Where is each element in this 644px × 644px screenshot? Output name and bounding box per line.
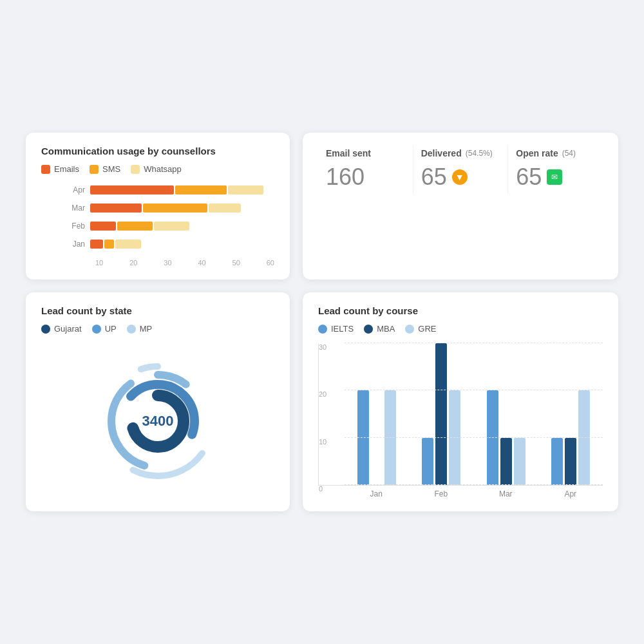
legend-label: Gujarat xyxy=(54,324,82,334)
legend-color xyxy=(318,325,327,334)
donut-center-value: 3400 xyxy=(142,413,174,430)
row-label: Feb xyxy=(67,222,90,231)
legend-color xyxy=(92,325,101,334)
bar xyxy=(115,240,141,249)
y-axis-label: 30 xyxy=(319,343,327,351)
bar-group xyxy=(538,390,603,485)
bar-group xyxy=(474,390,538,485)
legend-item: UP xyxy=(92,324,117,334)
bar xyxy=(500,438,512,485)
x-axis-label: 50 xyxy=(232,259,240,267)
bar-group xyxy=(345,390,409,485)
x-axis: 102030405060 xyxy=(67,256,274,267)
email-stat-sublabel: (54) xyxy=(562,149,576,158)
email-stat-sublabel: (54.5%) xyxy=(466,149,493,158)
legend-color xyxy=(131,165,140,174)
stat-number: 65 xyxy=(516,164,542,191)
legend-color xyxy=(127,325,136,334)
stat-number: 65 xyxy=(421,164,447,191)
bar-group xyxy=(90,220,189,232)
bar xyxy=(228,185,263,194)
legend-label: MBA xyxy=(377,324,395,334)
legend-color xyxy=(405,325,414,334)
bar-group xyxy=(409,343,473,485)
y-axis-label: 20 xyxy=(319,390,327,398)
bar-group xyxy=(90,184,263,196)
legend-item: Whatsapp xyxy=(131,164,182,174)
course-card-title: Lead count by course xyxy=(318,305,603,316)
row-label: Jan xyxy=(67,240,90,249)
chart-row: Jan xyxy=(67,238,274,250)
comm-legend: Emails SMS Whatsapp xyxy=(41,164,274,174)
donut-container: 3400 xyxy=(41,344,274,492)
legend-label: IELTS xyxy=(331,324,354,334)
bar xyxy=(422,438,433,485)
bar xyxy=(209,204,241,213)
row-label: Mar xyxy=(67,204,90,213)
bar xyxy=(154,222,189,231)
legend-label: MP xyxy=(140,324,153,334)
legend-color xyxy=(41,325,50,334)
x-axis-label: 30 xyxy=(164,259,171,267)
bar xyxy=(514,438,526,485)
legend-item: MP xyxy=(127,324,153,334)
legend-item: MBA xyxy=(364,324,395,334)
course-legend: IELTS MBA GRE xyxy=(318,324,603,334)
x-axis-label: 40 xyxy=(198,259,205,267)
bar xyxy=(578,390,590,485)
x-axis-label: Mar xyxy=(473,489,538,498)
bar xyxy=(449,390,460,485)
grid-line xyxy=(345,437,603,438)
grid-line xyxy=(345,390,603,390)
legend-label: SMS xyxy=(102,164,120,174)
bar xyxy=(175,185,227,194)
y-axis-label: 10 xyxy=(319,438,327,446)
comm-usage-card: Communication usage by counsellors Email… xyxy=(26,133,290,279)
bar xyxy=(435,343,447,485)
down-arrow-icon: ▼ xyxy=(452,169,468,185)
x-axis-label: Apr xyxy=(538,489,603,498)
bar xyxy=(90,240,103,249)
legend-color xyxy=(90,165,99,174)
bar xyxy=(104,240,114,249)
state-card-title: Lead count by state xyxy=(41,305,274,316)
email-stat-value: 160 xyxy=(326,164,405,191)
state-legend: Gujarat UP MP xyxy=(41,324,274,334)
email-stat-label: Open rate(54) xyxy=(516,148,595,158)
legend-label: GRE xyxy=(418,324,436,334)
v-chart-area: 0102030 xyxy=(318,344,603,486)
bar xyxy=(357,390,369,485)
y-axis-label: 0 xyxy=(319,485,323,493)
email-stat: Open rate(54)65✉ xyxy=(508,146,603,193)
email-stat-value: 65✉ xyxy=(516,164,595,191)
bar xyxy=(117,222,153,231)
legend-item: Gujarat xyxy=(41,324,82,334)
legend-item: SMS xyxy=(90,164,120,174)
course-card: Lead count by course IELTS MBA GRE 01020… xyxy=(303,292,618,511)
comm-card-title: Communication usage by counsellors xyxy=(41,146,274,156)
chart-row: Mar xyxy=(67,202,274,214)
x-axis-label: 10 xyxy=(95,259,103,267)
legend-color xyxy=(364,325,373,334)
comm-chart: AprMarFebJan102030405060 xyxy=(41,184,274,267)
bar xyxy=(565,438,576,485)
x-axis-labels: JanFebMarApr xyxy=(318,489,603,498)
course-chart: 0102030JanFebMarApr xyxy=(318,344,603,498)
dashboard: Communication usage by counsellors Email… xyxy=(26,133,618,511)
email-stat: Email sent160 xyxy=(318,146,413,193)
x-axis-label: Jan xyxy=(344,489,409,498)
stat-number: 160 xyxy=(326,164,365,191)
legend-item: Emails xyxy=(41,164,79,174)
bar xyxy=(487,390,498,485)
bar xyxy=(90,204,142,213)
grid-line xyxy=(345,343,603,343)
bar xyxy=(90,185,174,194)
email-stat-label: Delivered(54.5%) xyxy=(421,148,500,158)
email-stat-label: Email sent xyxy=(326,148,405,158)
bar xyxy=(90,222,116,231)
x-axis-label: 20 xyxy=(129,259,137,267)
chart-row: Feb xyxy=(67,220,274,232)
legend-color xyxy=(41,165,50,174)
legend-label: Emails xyxy=(54,164,79,174)
legend-label: UP xyxy=(105,324,117,334)
